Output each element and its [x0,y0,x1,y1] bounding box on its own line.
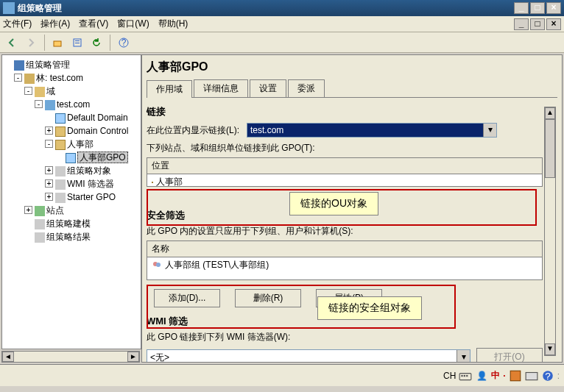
window-title: 组策略管理 [18,2,514,15]
security-col-name[interactable]: 名称 [147,241,542,257]
mdi-minimize-button[interactable]: _ [514,18,529,30]
properties-button[interactable]: 属性(P) [316,289,382,307]
ime-icon[interactable]: 👤 [475,369,488,382]
forward-button[interactable] [24,35,38,50]
tab-settings[interactable]: 设置 [250,79,286,97]
tree-default-domain[interactable]: Default Domain [55,111,139,124]
links-section: 链接 在此位置内显示链接(L): test.com ▾ 下列站点、域和组织单位链… [147,105,543,187]
menubar: 文件(F) 操作(A) 查看(V) 窗口(W) 帮助(H) _ □ × [0,16,564,32]
menu-help[interactable]: 帮助(H) [158,18,188,30]
menu-window[interactable]: 窗口(W) [117,18,149,30]
detail-pane: 人事部GPO 作用域 详细信息 设置 委派 链接 在此位置内显示链接(L): t… [141,54,563,363]
dropdown-arrow-icon[interactable]: ▾ [457,350,470,363]
ime-softkbd-icon[interactable] [525,369,538,382]
toolbar-separator-2 [110,35,110,51]
ime-ch-label: CH [443,371,456,381]
svg-text:?: ? [545,370,551,381]
svg-rect-2 [75,40,80,41]
scroll-right-button[interactable]: ► [127,352,139,362]
scroll-down-button[interactable]: ▼ [545,343,555,355]
tree-gpo-objects[interactable]: +组策略对象 [55,164,139,177]
maximize-button[interactable]: □ [530,2,545,14]
tabstrip: 作用域 详细信息 设置 委派 [147,79,557,98]
show-button[interactable] [70,35,85,50]
up-button[interactable] [51,35,66,50]
help-button[interactable]: ? [116,35,131,50]
svg-rect-12 [510,371,521,381]
add-button[interactable]: 添加(D)... [154,289,220,307]
scroll-thumb[interactable] [545,119,555,178]
tree-hscrollbar[interactable]: ◄ ► [1,351,140,363]
wmi-open-button[interactable]: 打开(O) [476,348,543,363]
security-row-group[interactable]: 人事部组 (TEST\人事部组) [147,257,542,273]
tree-sites[interactable]: +站点 [35,204,139,217]
close-button[interactable]: × [546,2,561,14]
tree-hr-gpo[interactable]: 人事部GPO [66,151,139,164]
wmi-filter-select[interactable]: <无> ▾ [147,349,470,363]
dropdown-arrow-icon[interactable]: ▾ [483,124,496,137]
toolbar: ? [0,32,564,53]
ou-icon [152,182,153,183]
menu-view[interactable]: 查看(V) [79,18,108,30]
tab-delegation[interactable]: 委派 [288,79,325,97]
remove-button[interactable]: 删除(R) [235,289,301,307]
wmi-heading: WMI 筛选 [147,315,543,328]
mdi-close-button[interactable]: × [546,18,561,30]
svg-rect-11 [466,374,468,376]
wmi-label: 此 GPO 链接到下列 WMI 筛选器(W): [147,331,543,343]
menu-file[interactable]: 文件(F) [3,18,32,30]
tree-domains[interactable]: -域 -test.com Default Domain +Domain Cont… [35,85,139,204]
gpo-title: 人事部GPO [147,60,557,75]
links-listbox[interactable]: 位置 人事部 [147,157,543,187]
statusbar: CH 👤 中 · ? : [0,364,564,386]
svg-point-7 [156,263,161,267]
toolbar-separator [44,35,45,51]
window-control-buttons: _ □ × [514,2,561,14]
minimize-button[interactable]: _ [514,2,529,14]
window-titlebar: 组策略管理 _ □ × [0,0,564,16]
ime-keyboard-icon[interactable] [459,369,472,382]
tree-forest[interactable]: -林: test.com -域 -test.com Default Domain… [24,71,139,243]
app-icon [3,2,15,14]
scroll-up-button[interactable]: ▲ [545,107,555,119]
mdi-restore-button[interactable]: □ [530,18,545,30]
back-button[interactable] [4,35,19,50]
security-listbox[interactable]: 名称 人事部组 (TEST\人事部组) [147,240,543,280]
tree-root[interactable]: 组策略管理 -林: test.com -域 -test.com Default … [14,58,139,243]
tree-modeling[interactable]: 组策略建模 [35,217,139,230]
links-location-combo[interactable]: test.com ▾ [247,123,497,138]
svg-rect-0 [54,41,61,46]
ime-dot: · [503,371,505,381]
detail-vscrollbar[interactable]: ▲ ▼ [544,107,556,356]
status-separator: : [557,371,560,381]
tree-domain[interactable]: -test.com Default Domain +Domain Control… [45,98,139,204]
mdi-control-buttons: _ □ × [514,18,561,30]
tab-scope[interactable]: 作用域 [147,80,192,98]
tree-starter-gpo[interactable]: +Starter GPO [55,190,139,204]
nav-tree[interactable]: 组策略管理 -林: test.com -域 -test.com Default … [1,54,141,349]
links-list-label: 下列站点、域和组织单位链接到此 GPO(T): [147,142,543,154]
tab-details[interactable]: 详细信息 [194,79,248,97]
tree-wmi-filters[interactable]: +WMI 筛选器 [55,177,139,190]
workspace: 组策略管理 -林: test.com -域 -test.com Default … [0,53,564,364]
security-buttons: 添加(D)... 删除(R) 属性(P) [147,289,543,307]
refresh-button[interactable] [89,35,104,50]
tree-hr-ou[interactable]: -人事部 人事部GPO [55,138,139,164]
group-icon [152,260,162,271]
links-row-hr[interactable]: 人事部 [147,174,542,190]
ime-zhong-label[interactable]: 中 [491,369,500,382]
svg-rect-10 [464,374,465,376]
links-heading: 链接 [147,105,543,118]
security-section: 安全筛选 此 GPO 内的设置只应用于下列组、用户和计算机(S): 名称 人事部… [147,209,543,280]
svg-rect-9 [462,374,463,376]
links-col-location[interactable]: 位置 [147,158,542,174]
menu-action[interactable]: 操作(A) [40,18,70,30]
scroll-left-button[interactable]: ◄ [2,352,14,362]
ime-settings-icon[interactable] [509,369,522,382]
svg-text:?: ? [121,38,127,48]
tree-results[interactable]: 组策略结果 [35,230,139,243]
tree-domain-controllers[interactable]: +Domain Control [55,124,139,138]
security-heading: 安全筛选 [147,209,543,222]
svg-rect-13 [526,372,537,379]
ime-help-icon[interactable]: ? [541,369,554,382]
